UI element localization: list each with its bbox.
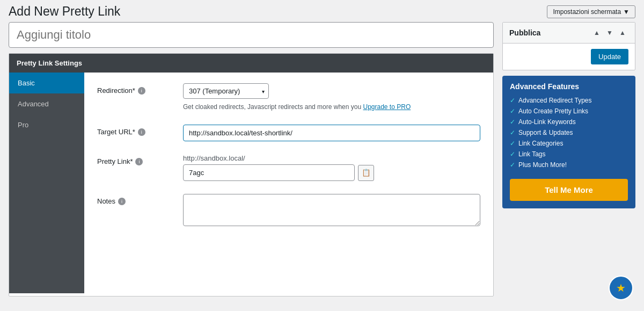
settings-body: Basic Advanced Pro: [9, 73, 493, 293]
check-icon: ✓: [510, 150, 515, 158]
tell-me-more-button[interactable]: Tell Me More: [510, 179, 628, 201]
notes-textarea[interactable]: [183, 194, 480, 226]
top-bar: Add New Pretty Link Impostazioni scherma…: [0, 0, 644, 22]
copy-icon: 📋: [362, 169, 371, 177]
redirection-info-icon: i: [138, 87, 145, 95]
check-icon: ✓: [510, 161, 515, 169]
advanced-features-box: Advanced Features ✓ Advanced Redirect Ty…: [502, 76, 635, 208]
redirection-select[interactable]: 307 (Temporary) 301 (Permanent) 302 (Tem…: [183, 83, 269, 99]
target-url-input[interactable]: [183, 125, 480, 141]
screen-options-arrow-icon: ▼: [623, 8, 630, 16]
publish-controls: ▲ ▼ ▲: [591, 27, 628, 39]
publish-expand-button[interactable]: ▲: [617, 27, 628, 39]
check-icon: ✓: [510, 118, 515, 126]
check-icon: ✓: [510, 140, 515, 147]
notes-control: [183, 194, 480, 228]
update-button[interactable]: Update: [591, 49, 628, 64]
publish-title: Pubblica: [509, 28, 540, 37]
title-input[interactable]: [9, 22, 494, 48]
list-item: ✓ Plus Much More!: [510, 160, 628, 170]
list-item: ✓ Auto Create Pretty Links: [510, 106, 628, 117]
publish-body: Update: [503, 44, 635, 70]
redirection-row: Redirection* i 307 (Temporary) 301 (Perm…: [97, 83, 480, 112]
notes-row: Notes i: [97, 194, 480, 228]
notes-label: Notes i: [97, 194, 183, 205]
notes-info-icon: i: [118, 198, 126, 205]
screen-options-button[interactable]: Impostazioni schermata ▼: [547, 5, 635, 18]
publish-header: Pubblica ▲ ▼ ▲: [503, 23, 635, 44]
advanced-features-list: ✓ Advanced Redirect Types ✓ Auto Create …: [502, 95, 635, 176]
page-title: Add New Pretty Link: [9, 4, 120, 19]
publish-collapse-down-button[interactable]: ▼: [604, 27, 616, 39]
pretty-link-label: Pretty Link* i: [97, 154, 183, 165]
list-item: ✓ Advanced Redirect Types: [510, 95, 628, 106]
main-content: Pretty Link Settings Basic Advanced Pro: [0, 22, 644, 305]
target-url-row: Target URL* i: [97, 125, 480, 141]
list-item: ✓ Auto-Link Keywords: [510, 117, 628, 127]
pretty-link-input[interactable]: [183, 164, 355, 181]
right-column: Pubblica ▲ ▼ ▲ Update Advanced Features …: [502, 22, 635, 296]
publish-collapse-up-button[interactable]: ▲: [591, 27, 603, 39]
tab-basic[interactable]: Basic: [9, 73, 84, 93]
form-area: Redirection* i 307 (Temporary) 301 (Perm…: [84, 73, 493, 293]
pretty-link-info-icon: i: [135, 158, 143, 165]
upgrade-note: Get cloaked redirects, Javascript redire…: [183, 102, 480, 112]
publish-box: Pubblica ▲ ▼ ▲ Update: [502, 22, 635, 70]
pretty-link-prefix: http://sandbox.local/: [183, 154, 480, 162]
list-item: ✓ Link Categories: [510, 138, 628, 149]
settings-panel: Pretty Link Settings Basic Advanced Pro: [9, 53, 494, 296]
help-bubble-button[interactable]: ★: [609, 276, 633, 300]
redirection-select-wrapper: 307 (Temporary) 301 (Permanent) 302 (Tem…: [183, 83, 269, 99]
check-icon: ✓: [510, 129, 515, 136]
pretty-link-control: http://sandbox.local/ 📋: [183, 154, 480, 181]
pretty-link-row: Pretty Link* i http://sandbox.local/: [97, 154, 480, 181]
target-url-info-icon: i: [138, 128, 145, 136]
tab-advanced[interactable]: Advanced: [9, 93, 84, 114]
tab-pro[interactable]: Pro: [9, 114, 84, 135]
pretty-link-input-row: 📋: [183, 164, 480, 181]
help-star-icon: ★: [616, 281, 626, 294]
copy-pretty-link-button[interactable]: 📋: [358, 165, 374, 181]
advanced-features-header: Advanced Features: [502, 76, 635, 95]
target-url-control: [183, 125, 480, 141]
check-icon: ✓: [510, 107, 515, 115]
screen-options-label: Impostazioni schermata: [553, 8, 621, 16]
upgrade-link[interactable]: Upgrade to PRO: [363, 103, 411, 111]
left-column: Pretty Link Settings Basic Advanced Pro: [9, 22, 494, 296]
tabs-sidebar: Basic Advanced Pro: [9, 73, 84, 293]
target-url-label: Target URL* i: [97, 125, 183, 136]
check-icon: ✓: [510, 97, 515, 104]
list-item: ✓ Link Tags: [510, 149, 628, 160]
redirection-control: 307 (Temporary) 301 (Permanent) 302 (Tem…: [183, 83, 480, 112]
list-item: ✓ Support & Updates: [510, 127, 628, 138]
settings-header: Pretty Link Settings: [9, 54, 493, 73]
redirection-label: Redirection* i: [97, 83, 183, 95]
pretty-link-wrapper: http://sandbox.local/ 📋: [183, 154, 480, 181]
